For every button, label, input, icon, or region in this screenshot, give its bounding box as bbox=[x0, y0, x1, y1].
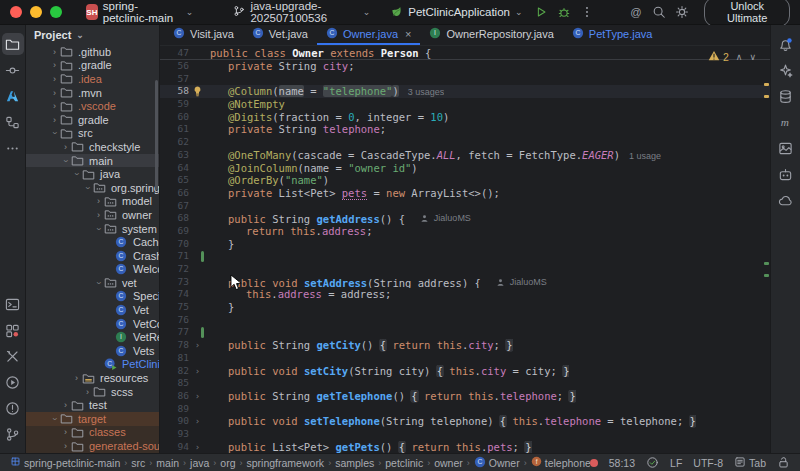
fold-chevron-icon[interactable]: › bbox=[189, 365, 206, 378]
minimize-window-button[interactable] bbox=[30, 6, 42, 18]
gutter[interactable]: 74 bbox=[160, 288, 206, 301]
tree-item-main[interactable]: ›main bbox=[26, 154, 159, 168]
gutter[interactable]: 67 bbox=[160, 200, 206, 213]
code-line[interactable]: 73public void setAddress(String address)… bbox=[160, 276, 770, 289]
fold-chevron-icon[interactable]: › bbox=[189, 441, 206, 453]
code-line[interactable]: 64@JoinColumn(name = "owner_id") bbox=[160, 162, 770, 175]
gutter[interactable]: 64 bbox=[160, 162, 206, 175]
tree-chevron-icon[interactable]: › bbox=[93, 196, 104, 206]
gutter[interactable]: 73 bbox=[160, 276, 206, 289]
services-icon[interactable] bbox=[2, 319, 24, 341]
code-line[interactable]: 67 bbox=[160, 200, 770, 213]
tree-chevron-icon[interactable]: › bbox=[49, 74, 60, 84]
tree-chevron-icon[interactable]: › bbox=[93, 210, 104, 220]
gutter[interactable]: 86› bbox=[160, 390, 206, 403]
tree-chevron-icon[interactable]: › bbox=[94, 223, 104, 234]
tab-pettype-java[interactable]: CPetType.java bbox=[563, 25, 662, 45]
prev-problem-button[interactable]: ∧ bbox=[736, 52, 743, 62]
maven-icon[interactable]: m bbox=[775, 111, 797, 133]
close-window-button[interactable] bbox=[10, 6, 22, 18]
tree-item-system[interactable]: ›system bbox=[26, 222, 159, 236]
more-tools-icon[interactable] bbox=[2, 137, 24, 159]
code-line[interactable]: 86›public String getTelephone() { return… bbox=[160, 390, 770, 403]
line-separator-selector[interactable]: LF bbox=[670, 457, 682, 469]
gutter[interactable]: 61 bbox=[160, 123, 206, 136]
tree-item--vscode[interactable]: ›.vscode bbox=[26, 99, 159, 113]
gutter[interactable]: 63 bbox=[160, 149, 206, 162]
copilot-status-icon[interactable] bbox=[646, 456, 659, 469]
code-line[interactable]: 61private String telephone; bbox=[160, 123, 770, 136]
gutter[interactable]: 70 bbox=[160, 238, 206, 251]
tree-item-vet[interactable]: ›vet bbox=[26, 276, 159, 290]
gutter[interactable]: 62 bbox=[160, 136, 206, 149]
tree-chevron-icon[interactable]: › bbox=[49, 101, 60, 111]
gutter[interactable]: 68 bbox=[160, 212, 206, 225]
tree-item--gradle[interactable]: ›.gradle bbox=[26, 59, 159, 73]
robot-icon[interactable] bbox=[775, 163, 797, 185]
problems-icon[interactable] bbox=[2, 397, 24, 419]
tab-vet-java[interactable]: CVet.java bbox=[243, 25, 317, 45]
project-folder-icon[interactable] bbox=[2, 33, 24, 55]
tree-chevron-icon[interactable]: › bbox=[83, 182, 93, 193]
lock-icon[interactable] bbox=[777, 456, 790, 469]
code-line[interactable]: 69return this.address; bbox=[160, 225, 770, 238]
code-line[interactable]: 56private String city; bbox=[160, 60, 770, 73]
code-line[interactable]: 90›public void setTelephone(String telep… bbox=[160, 415, 770, 428]
gutter[interactable]: 94› bbox=[160, 441, 206, 453]
gutter[interactable]: 71 bbox=[160, 250, 206, 263]
mention-ai-button[interactable]: @ bbox=[628, 2, 645, 22]
editor-scrollbar[interactable] bbox=[762, 46, 770, 453]
gutter[interactable]: 90› bbox=[160, 415, 206, 428]
gutter[interactable]: 69 bbox=[160, 225, 206, 238]
tree-item-resources[interactable]: ›resources bbox=[26, 371, 159, 385]
code-line[interactable]: 78›public String getCity() { return this… bbox=[160, 339, 770, 352]
inspections-widget[interactable]: 2 ∧ ∨ bbox=[708, 50, 756, 63]
gutter[interactable]: 66 bbox=[160, 187, 206, 200]
tree-item-crashcontroller[interactable]: CCrashController bbox=[26, 249, 159, 263]
tree-chevron-icon[interactable]: › bbox=[60, 400, 71, 410]
gutter[interactable]: 72 bbox=[160, 263, 206, 276]
tree-scrollbar[interactable] bbox=[155, 80, 158, 190]
breadcrumb-item-owner[interactable]: owner bbox=[434, 457, 463, 469]
tree-item-gradle[interactable]: ›gradle bbox=[26, 113, 159, 127]
settings-button[interactable] bbox=[673, 2, 690, 22]
version-control-icon[interactable] bbox=[2, 423, 24, 445]
ai-assistant-icon[interactable] bbox=[775, 59, 797, 81]
tree-item-target[interactable]: ›target bbox=[26, 412, 159, 426]
gutter[interactable]: 58 bbox=[160, 85, 206, 98]
code-line[interactable]: 63@OneToMany(cascade = CascadeType.ALL, … bbox=[160, 149, 770, 162]
warning-indicator[interactable]: 2 bbox=[708, 50, 729, 63]
gutter[interactable]: 85 bbox=[160, 377, 206, 390]
notifications-icon[interactable] bbox=[775, 33, 797, 55]
tree-item-vetrepository[interactable]: IVetRepository bbox=[26, 330, 159, 344]
tree-chevron-icon[interactable]: › bbox=[61, 155, 71, 166]
tree-item-cacheconfiguration[interactable]: CCacheConfiguration bbox=[26, 235, 159, 249]
gutter[interactable]: 59 bbox=[160, 98, 206, 111]
gutter[interactable]: 76 bbox=[160, 314, 206, 327]
breadcrumb-item-java[interactable]: java bbox=[190, 457, 209, 469]
breadcrumb-item-spring-petclinic-main[interactable]: spring-petclinic-main bbox=[10, 456, 120, 469]
tree-chevron-icon[interactable]: › bbox=[49, 88, 60, 98]
fold-chevron-icon[interactable]: › bbox=[189, 415, 206, 428]
code-line[interactable]: 70} bbox=[160, 238, 770, 251]
gutter[interactable]: 82› bbox=[160, 365, 206, 378]
commit-icon[interactable] bbox=[2, 59, 24, 81]
close-icon[interactable]: × bbox=[405, 28, 411, 40]
pull-requests-icon[interactable] bbox=[2, 111, 24, 133]
breadcrumb-item-owner[interactable]: COwner bbox=[474, 456, 520, 470]
tree-chevron-icon[interactable]: › bbox=[49, 47, 60, 57]
search-everywhere-button[interactable] bbox=[650, 2, 667, 22]
code-line[interactable]: 60@Digits(fraction = 0, integer = 10) bbox=[160, 111, 770, 124]
tree-item-classes[interactable]: ›classes bbox=[26, 426, 159, 440]
tree-chevron-icon[interactable]: › bbox=[72, 169, 82, 180]
gutter[interactable]: 89 bbox=[160, 403, 206, 416]
tab-visit-java[interactable]: CVisit.java bbox=[164, 25, 243, 45]
tree-item-vetcontroller[interactable]: CVetController bbox=[26, 317, 159, 331]
tree-chevron-icon[interactable]: › bbox=[49, 60, 60, 70]
code-line[interactable]: 75} bbox=[160, 301, 770, 314]
tree-item-scss[interactable]: ›scss bbox=[26, 385, 159, 399]
debug-button[interactable] bbox=[555, 2, 572, 22]
tree-item--github[interactable]: ›.github bbox=[26, 45, 159, 59]
code-line[interactable]: 89 bbox=[160, 403, 770, 416]
tree-item-vets[interactable]: CVets bbox=[26, 344, 159, 358]
